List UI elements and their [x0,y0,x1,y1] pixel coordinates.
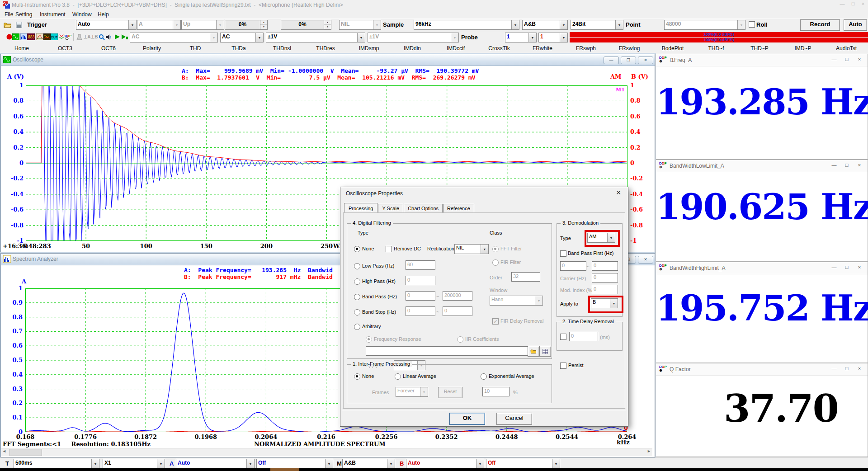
chevron-down-icon[interactable]: ▼ [357,33,365,42]
channel-a-trigger-combo[interactable]: Auto▼ [176,459,255,469]
chevron-down-icon[interactable]: ▼ [535,296,542,305]
close-icon[interactable]: ✕ [613,189,623,198]
multimeter-icon[interactable]: 888 [27,33,35,41]
trigger-mode-combo[interactable]: Auto▼ [76,20,137,30]
tab-thdres[interactable]: THDres [304,43,347,54]
range-a-combo[interactable]: ±1V▼ [266,33,365,42]
menu-setting[interactable]: Setting [14,11,34,18]
tab-chart-options[interactable]: Chart Options [404,204,443,213]
probe-a-combo[interactable]: 1▼ [505,33,537,42]
browse-file-button[interactable] [528,346,539,357]
zero-channel-a-icon[interactable]: ⊥A [83,33,91,41]
zoom-combo[interactable]: X1▼ [103,459,165,469]
frames-combo[interactable]: Forever▼ [396,387,428,397]
spin-up-icon[interactable]: ▲ [260,20,267,25]
trigger-edge-combo[interactable]: Up▼ [181,20,224,30]
meter-titlebar[interactable]: DDP⊕ Q Factor — □ × [656,363,868,376]
tab-bodeplot[interactable]: BodePlot [651,43,694,54]
tab-processing[interactable]: Processing [344,203,377,213]
close-icon[interactable]: × [856,162,863,168]
band-pass-first-checkbox[interactable] [560,250,566,257]
channels-combo[interactable]: A&B▼ [342,459,395,469]
tab-oct3[interactable]: OCT3 [43,43,87,54]
tab-imdsmp[interactable]: IMDsmp [347,43,391,54]
close-icon[interactable]: × [856,366,863,371]
zero-channel-b-icon[interactable]: ⊥B [90,33,98,41]
auto-button[interactable]: Auto [844,19,867,31]
coupling-b-combo[interactable]: AC▼ [220,33,264,42]
linear-average-radio[interactable] [395,373,401,380]
record-length-combo[interactable]: 48000▼ [664,20,745,30]
trigger-delay-spinner[interactable]: 0% ▲▼ [281,20,331,30]
calibration-icon[interactable] [75,33,83,41]
band-pass-from-field[interactable]: 0 [406,291,435,301]
close-icon[interactable]: ✕ [638,256,653,264]
oscilloscope-icon[interactable] [12,33,19,41]
chevron-down-icon[interactable]: ▼ [528,33,536,42]
tab-thdnsl[interactable]: THDnsl [260,43,304,54]
df-none-radio[interactable] [354,246,360,252]
maximize-icon[interactable]: □ [843,366,850,371]
bit-depth-combo[interactable]: 24Bit▼ [571,20,623,30]
chevron-down-icon[interactable]: ▼ [451,33,458,42]
maximize-icon[interactable]: □ [843,57,850,62]
minimize-icon[interactable]: — [830,57,838,62]
chevron-down-icon[interactable]: ▼ [560,20,567,29]
roll-checkbox[interactable] [749,21,755,28]
edit-table-button[interactable] [539,346,551,357]
trigger-level-spinner[interactable]: 0% ▲▼ [225,20,268,30]
tab-frwhite[interactable]: FRwhite [521,43,564,54]
chevron-down-icon[interactable]: ▼ [511,20,519,29]
menu-help[interactable]: Help [96,11,111,18]
order-field[interactable]: 32 [511,272,540,282]
signal-generator-icon[interactable] [43,33,51,41]
chevron-down-icon[interactable]: ▼ [615,20,623,29]
maximize-icon[interactable]: □ [843,162,850,168]
arbitrary-radio[interactable] [354,324,360,330]
sound-device-icon[interactable] [105,33,113,41]
probe-b-combo[interactable]: 1▼ [538,33,568,42]
spectrum-3d-icon[interactable] [36,33,43,41]
scroll-left-icon[interactable]: ◄ [2,449,6,453]
demod-bp-to-field[interactable]: 0 [592,261,618,271]
chevron-down-icon[interactable]: ▼ [173,20,180,29]
tab-home[interactable]: Home [0,43,43,54]
band-pass-to-field[interactable]: 200000 [443,291,472,301]
tab-polarity[interactable]: Polarity [130,43,174,54]
close-icon[interactable]: × [856,264,863,270]
spectrum-h-scrollbar[interactable]: ◄ ► [1,448,652,456]
carrier-field[interactable]: 0 [592,273,618,283]
chevron-down-icon[interactable]: ▼ [255,33,263,42]
sampling-rate-combo[interactable]: 96kHz▼ [414,20,519,30]
high-pass-radio[interactable] [354,278,360,285]
tab-oct6[interactable]: OCT6 [87,43,130,54]
meter-titlebar[interactable]: DDP⊕ BandWidthHighLimit_A — □ × [656,262,868,274]
meter-titlebar[interactable]: DDP⊕ f1Freq_A — □ × [656,54,868,66]
tab-thd~p[interactable]: THD~P [738,43,781,54]
close-icon[interactable]: ✕ [638,57,653,64]
chevron-down-icon[interactable]: ▼ [91,459,99,468]
run-icon[interactable] [113,33,121,41]
menu-instrument[interactable]: Instrument [38,11,67,18]
window-combo[interactable]: Hann▼ [490,296,543,306]
record-button[interactable]: Record [800,19,840,31]
exp-average-percent-field[interactable]: 10 [482,387,509,396]
sampling-channels-combo[interactable]: A&B▼ [522,20,568,30]
cancel-button[interactable]: Cancel [496,413,532,425]
tab-crosstlk[interactable]: CrossTlk [477,43,521,54]
tab-thd[interactable]: THD [174,43,217,54]
oscilloscope-titlebar[interactable]: Oscilloscope — ❐ ✕ [1,54,655,66]
menu-window[interactable]: Window [71,11,94,18]
tab-frswlog[interactable]: FRswlog [608,43,651,54]
time-delay-field[interactable]: 0 [569,332,598,341]
chevron-down-icon[interactable]: ▼ [560,33,567,42]
high-pass-field[interactable]: 0 [406,276,435,285]
frequency-response-radio[interactable] [366,336,372,343]
restore-icon[interactable]: ❐ [621,57,636,64]
remove-dc-checkbox[interactable] [386,246,392,252]
band-stop-from-field[interactable]: 0 [406,306,435,316]
dut-icon[interactable]: DUT [50,33,58,41]
mod-index-field[interactable]: 0 [592,285,618,294]
chevron-down-icon[interactable]: ▼ [737,20,745,29]
maximize-icon[interactable]: □ [849,1,857,6]
